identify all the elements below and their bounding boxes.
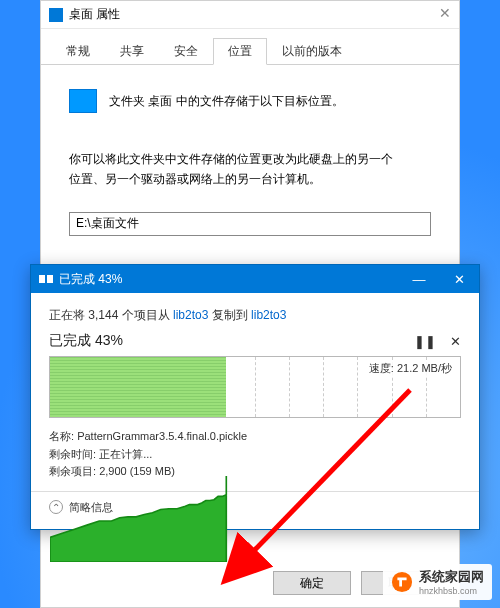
- speed-label: 速度: 21.2 MB/秒: [367, 361, 454, 376]
- properties-title: 桌面 属性: [69, 6, 120, 23]
- dest-folder-link[interactable]: lib2to3: [251, 308, 286, 322]
- tab-sharing[interactable]: 共享: [105, 38, 159, 65]
- progress-title: 已完成 43%: [59, 271, 122, 288]
- folder-line: 文件夹 桌面 中的文件存储于以下目标位置。: [109, 91, 344, 111]
- watermark: 系统家园网 hnzkhbsb.com: [383, 564, 492, 600]
- ok-button[interactable]: 确定: [273, 571, 351, 595]
- watermark-logo-icon: [391, 571, 413, 593]
- tab-previous[interactable]: 以前的版本: [267, 38, 357, 65]
- pause-button[interactable]: ❚❚: [414, 334, 436, 349]
- tab-general[interactable]: 常规: [51, 38, 105, 65]
- watermark-sub: hnzkhbsb.com: [419, 586, 484, 596]
- location-path-input[interactable]: [69, 212, 431, 236]
- progress-titlebar[interactable]: 已完成 43% — ✕: [31, 265, 479, 293]
- close-button[interactable]: ✕: [439, 265, 479, 293]
- source-folder-link[interactable]: lib2to3: [173, 308, 208, 322]
- tab-location-body: 文件夹 桌面 中的文件存储于以下目标位置。 你可以将此文件夹中文件存储的位置更改…: [41, 65, 459, 236]
- description-line-2: 位置、另一个驱动器或网络上的另一台计算机。: [69, 169, 431, 189]
- tab-security[interactable]: 安全: [159, 38, 213, 65]
- speed-chart: 速度: 21.2 MB/秒: [49, 356, 461, 418]
- tab-location[interactable]: 位置: [213, 38, 267, 65]
- properties-titlebar[interactable]: 桌面 属性 ✕: [41, 1, 459, 29]
- folder-icon: [49, 8, 63, 22]
- watermark-text: 系统家园网: [419, 568, 484, 586]
- speed-series: [50, 357, 460, 562]
- description-line-1: 你可以将此文件夹中文件存储的位置更改为此硬盘上的另一个: [69, 149, 431, 169]
- close-icon[interactable]: ✕: [439, 5, 451, 21]
- desktop-folder-icon: [69, 89, 97, 113]
- minimize-button[interactable]: —: [399, 265, 439, 293]
- copy-progress-window: 已完成 43% — ✕ 正在将 3,144 个项目从 lib2to3 复制到 l…: [30, 264, 480, 530]
- properties-tabs: 常规 共享 安全 位置 以前的版本: [41, 29, 459, 65]
- cancel-copy-button[interactable]: ✕: [450, 334, 461, 349]
- copy-icon: [39, 274, 53, 284]
- copy-status-line: 正在将 3,144 个项目从 lib2to3 复制到 lib2to3: [49, 307, 461, 324]
- progress-percent-text: 已完成 43%: [49, 332, 123, 350]
